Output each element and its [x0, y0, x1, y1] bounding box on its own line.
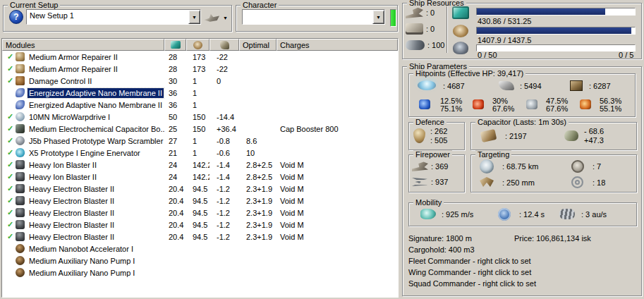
module-name[interactable]: Medium Nanobot Accelerator I	[28, 244, 135, 254]
module-row[interactable]: ✓ Medium Armor Repairer II 28 173 -22	[2, 51, 398, 63]
module-name[interactable]: Medium Armor Repairer II	[28, 64, 119, 74]
character-select-arrow-icon[interactable]: ▼	[372, 10, 384, 24]
module-name[interactable]: Heavy Ion Blaster II	[28, 160, 98, 170]
module-row[interactable]: Energized Adaptive Nano Membrane II 36 1	[2, 99, 398, 111]
cargohold-text: Cargohold: 400 m3	[408, 245, 475, 254]
module-name-cell[interactable]: ✓ J5b Phased Prototype Warp Scrambler I	[2, 135, 164, 147]
module-name[interactable]: Medium Auxiliary Nano Pump I	[28, 256, 136, 266]
module-row[interactable]: Medium Auxiliary Nano Pump I	[2, 267, 398, 279]
squad-commander-text[interactable]: Squad Commander - right click to set	[408, 279, 536, 288]
module-name-cell[interactable]: ✓ Heavy Electron Blaster II	[2, 231, 164, 243]
module-optimal-value: 2.3+1.9	[239, 221, 277, 229]
modules-list[interactable]: Modules Optimal Charges ✓ Medium Armor R…	[1, 38, 399, 298]
module-name[interactable]: Medium Electrochemical Capacitor Bo...	[28, 124, 164, 134]
module-name-cell[interactable]: ✓ Heavy Electron Blaster II	[2, 207, 164, 219]
mobility-group: Mobility : 925 m/s : 12.4 s : 3 au/s	[408, 202, 637, 226]
module-row[interactable]: ✓ Heavy Electron Blaster II 20.4 94.5 -1…	[2, 219, 398, 231]
module-row[interactable]: ✓ Medium Electrochemical Capacitor Bo...…	[2, 123, 398, 135]
module-name[interactable]: 10MN MicroWarpdrive I	[28, 112, 111, 122]
defence-value-1: : 262	[430, 127, 447, 135]
module-name-cell[interactable]: ✓ Damage Control II	[2, 75, 164, 87]
blaster-icon	[16, 208, 25, 217]
module-name[interactable]: Medium Auxiliary Nano Pump I	[28, 268, 136, 278]
setup-select-arrow-icon[interactable]: ▼	[188, 10, 200, 24]
module-name[interactable]: X5 Prototype I Engine Enervator	[28, 148, 142, 158]
module-row[interactable]: Energized Adaptive Nano Membrane II 36 1	[2, 87, 398, 99]
module-name-cell[interactable]: ✓ Heavy Electron Blaster II	[2, 183, 164, 195]
module-row[interactable]: Medium Nanobot Accelerator I	[2, 243, 398, 255]
module-name-cell[interactable]: ✓ X5 Prototype I Engine Enervator	[2, 147, 164, 159]
module-name-cell[interactable]: Medium Nanobot Accelerator I	[2, 243, 164, 255]
module-row[interactable]: ✓ Heavy Electron Blaster II 20.4 94.5 -1…	[2, 207, 398, 219]
charges-column-header[interactable]: Charges	[277, 39, 398, 51]
module-name[interactable]: Heavy Electron Blaster II	[28, 196, 116, 206]
module-row[interactable]: ✓ Damage Control II 30 1 0	[2, 75, 398, 87]
module-name-cell[interactable]: ✓ Medium Electrochemical Capacitor Bo...	[2, 123, 164, 135]
module-name[interactable]: Damage Control II	[28, 76, 93, 86]
module-name-cell[interactable]: ✓ Heavy Ion Blaster II	[2, 159, 164, 171]
module-row[interactable]: ✓ X5 Prototype I Engine Enervator 21 1 -…	[2, 147, 398, 159]
module-row[interactable]: ✓ Heavy Ion Blaster II 24 142.2 -1.4 2.8…	[2, 159, 398, 171]
online-check-icon: ✓	[5, 220, 16, 229]
targeting-group: Targeting : 68.75 km : 250 mm : 7 : 18	[470, 154, 637, 193]
defence-label: Defence	[413, 118, 446, 126]
module-row[interactable]: ✓ Heavy Electron Blaster II 20.4 94.5 -1…	[2, 195, 398, 207]
modules-column-header[interactable]: Modules	[2, 39, 164, 51]
module-row[interactable]: ✓ Heavy Electron Blaster II 20.4 94.5 -1…	[2, 231, 398, 243]
module-name-cell[interactable]: Energized Adaptive Nano Membrane II	[2, 99, 164, 111]
module-name[interactable]: Heavy Electron Blaster II	[28, 232, 116, 242]
module-name[interactable]: Heavy Electron Blaster II	[28, 208, 116, 218]
module-charges-value: Void M	[277, 233, 398, 241]
ship-menu-button[interactable]: ▼	[204, 11, 231, 25]
character-select[interactable]: ▼	[242, 9, 385, 25]
cpu-usage: 430.86 / 531.25	[478, 17, 531, 25]
module-optimal-value: 2.3+1.9	[239, 233, 277, 241]
turret-slots: : 0	[406, 7, 435, 18]
wing-commander-text[interactable]: Wing Commander - right click to set	[408, 268, 531, 276]
module-name[interactable]: Energized Adaptive Nano Membrane II	[28, 100, 164, 110]
warp-scrambler-icon	[16, 136, 25, 145]
module-name-cell[interactable]: ✓ Heavy Electron Blaster II	[2, 195, 164, 207]
fleet-commander-text[interactable]: Fleet Commander - right click to set	[408, 257, 531, 265]
module-row[interactable]: ✓ Medium Armor Repairer II 28 173 -22	[2, 63, 398, 75]
module-row[interactable]: ✓ J5b Phased Prototype Warp Scrambler I …	[2, 135, 398, 147]
online-check-icon: ✓	[5, 184, 16, 193]
online-check-icon: ✓	[5, 208, 16, 217]
module-name-cell[interactable]: Medium Auxiliary Nano Pump I	[2, 267, 164, 279]
capacitor-recharge: +47.3	[584, 136, 604, 145]
module-name[interactable]: Energized Adaptive Nano Membrane II	[28, 88, 164, 98]
setup-select[interactable]: New Setup 1 ▼	[26, 9, 201, 25]
module-cpu-value: 20.4	[164, 185, 186, 193]
module-name-cell[interactable]: ✓ Medium Armor Repairer II	[2, 51, 164, 63]
module-name[interactable]: Heavy Electron Blaster II	[28, 220, 116, 230]
shield-hp-value: : 4687	[443, 82, 465, 90]
module-name-cell[interactable]: Energized Adaptive Nano Membrane II	[2, 87, 164, 99]
module-row[interactable]: ✓ 10MN MicroWarpdrive I 50 150 -14.4	[2, 111, 398, 123]
module-name-cell[interactable]: ✓ Medium Armor Repairer II	[2, 63, 164, 75]
module-name[interactable]: Heavy Ion Blaster II	[28, 172, 98, 182]
help-icon[interactable]: ?	[9, 10, 23, 24]
module-row[interactable]: Medium Auxiliary Nano Pump I	[2, 255, 398, 267]
module-row[interactable]: ✓ Heavy Ion Blaster II 24 142.2 -1.4 2.8…	[2, 171, 398, 183]
powergrid-column-header[interactable]	[186, 39, 209, 51]
module-name[interactable]: Medium Armor Repairer II	[28, 52, 119, 62]
cpu-column-header[interactable]	[164, 39, 186, 51]
module-name-cell[interactable]: Medium Auxiliary Nano Pump I	[2, 255, 164, 267]
module-row[interactable]: ✓ Heavy Electron Blaster II 20.4 94.5 -1…	[2, 183, 398, 195]
module-name[interactable]: J5b Phased Prototype Warp Scrambler I	[28, 136, 164, 146]
modules-list-header: Modules Optimal Charges	[2, 39, 398, 51]
module-powergrid-value: 142.2	[186, 161, 209, 169]
online-check-icon: ✓	[5, 172, 16, 181]
optimal-column-header[interactable]: Optimal	[239, 39, 277, 51]
shield-hp-icon	[418, 80, 436, 90]
powergrid-bar	[476, 27, 636, 35]
module-name-cell[interactable]: ✓ Heavy Electron Blaster II	[2, 219, 164, 231]
module-name[interactable]: Heavy Electron Blaster II	[28, 184, 116, 194]
hitpoints-label: Hitpoints (Effective HP: 39,417)	[413, 69, 525, 78]
module-name-cell[interactable]: ✓ 10MN MicroWarpdrive I	[2, 111, 164, 123]
module-name-cell[interactable]: ✓ Heavy Ion Blaster II	[2, 171, 164, 183]
turret-slots-value: : 0	[426, 8, 435, 17]
armor-hp-value: : 5494	[520, 82, 542, 90]
module-optimal-value: 2.8+2.5	[239, 173, 277, 181]
capacitor-column-header[interactable]	[209, 39, 239, 51]
